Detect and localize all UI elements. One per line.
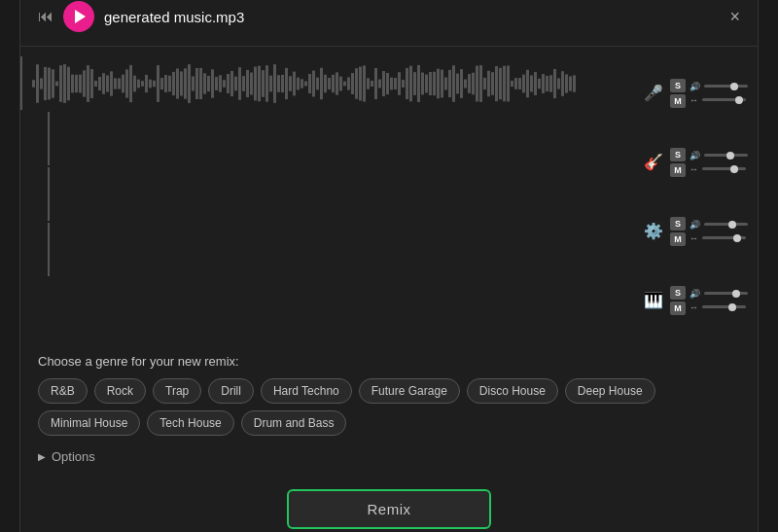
genre-tag-disco-house[interactable]: Disco House <box>467 378 558 404</box>
control-buttons-2: S M <box>670 148 686 177</box>
genre-tag-future-garage[interactable]: Future Garage <box>359 378 460 404</box>
options-label: Options <box>52 449 95 464</box>
genre-tag-drum-and-bass[interactable]: Drum and Bass <box>241 410 347 436</box>
solo-button-1[interactable]: S <box>670 79 686 92</box>
volume-icon-1: 🔊 <box>690 82 700 91</box>
play-icon <box>75 10 86 23</box>
rewind-icon[interactable]: ⏮ <box>38 8 53 25</box>
genre-tag-rock[interactable]: Rock <box>94 378 146 404</box>
modal-header: ⏮ generated music.mp3 × <box>20 0 758 47</box>
pan-icon-4: ↔ <box>690 302 698 312</box>
file-name: generated music.mp3 <box>104 9 720 25</box>
track-control-4: 🎹 S M 🔊 ↔ <box>644 273 748 327</box>
volume-slider-2[interactable] <box>704 154 748 157</box>
modal-footer: Remix <box>20 479 758 532</box>
drums-icon: ⚙️ <box>644 222 663 240</box>
mute-button-2[interactable]: M <box>670 163 686 177</box>
piano-icon: 🎹 <box>644 291 663 309</box>
guitar-icon: 🎸 <box>644 153 663 171</box>
pan-slider-4[interactable] <box>702 305 746 308</box>
tracks-container <box>20 56 660 337</box>
genre-tag-drill[interactable]: Drill <box>208 378 254 404</box>
genre-section: Choose a genre for your new remix: R&BRo… <box>20 346 758 479</box>
pan-thumb-3 <box>733 234 741 242</box>
sliders-1: 🔊 ↔ <box>690 82 748 105</box>
genre-label: Choose a genre for your new remix: <box>38 354 740 369</box>
pan-icon-2: ↔ <box>690 164 698 174</box>
volume-slider-3[interactable] <box>704 223 748 226</box>
mute-button-1[interactable]: M <box>670 94 686 108</box>
pan-slider-2[interactable] <box>702 167 746 170</box>
genre-tag-tech-house[interactable]: Tech House <box>147 410 233 436</box>
control-buttons-4: S M <box>670 286 686 315</box>
volume-thumb-4 <box>732 290 740 298</box>
pan-icon-1: ↔ <box>690 95 698 105</box>
solo-button-2[interactable]: S <box>670 148 686 161</box>
options-row[interactable]: ▶ Options <box>38 443 740 470</box>
sliders-4: 🔊 ↔ <box>690 289 748 312</box>
pan-slider-row-1: ↔ <box>690 95 748 105</box>
chevron-right-icon: ▶ <box>38 451 46 462</box>
pan-thumb-1 <box>735 96 743 104</box>
track-control-2: 🎸 S M 🔊 ↔ <box>644 135 748 189</box>
modal-body: 🎤 S M 🔊 ↔ <box>20 47 758 346</box>
track-4 <box>48 223 660 276</box>
pan-slider-row-3: ↔ <box>690 233 748 243</box>
pan-slider-row-4: ↔ <box>690 302 748 312</box>
genre-tag-minimal-house[interactable]: Minimal House <box>38 410 140 436</box>
genre-tag-hard-techno[interactable]: Hard Techno <box>261 378 352 404</box>
volume-slider-row-4: 🔊 <box>690 289 748 299</box>
genre-tag-trap[interactable]: Trap <box>153 378 201 404</box>
volume-icon-3: 🔊 <box>690 220 700 230</box>
volume-icon-2: 🔊 <box>690 151 700 160</box>
genre-tag-deep-house[interactable]: Deep House <box>565 378 655 404</box>
waveform-canvas-1 <box>32 59 577 108</box>
control-buttons-1: S M <box>670 79 686 108</box>
pan-slider-3[interactable] <box>702 236 746 239</box>
volume-icon-4: 🔊 <box>690 289 700 299</box>
track-1 <box>20 56 660 110</box>
volume-thumb-3 <box>728 221 736 229</box>
solo-button-3[interactable]: S <box>670 217 686 231</box>
pan-icon-3: ↔ <box>690 233 698 243</box>
mute-button-4[interactable]: M <box>670 301 686 315</box>
sliders-2: 🔊 ↔ <box>690 151 748 174</box>
volume-slider-4[interactable] <box>704 292 748 295</box>
pan-thumb-2 <box>730 165 738 173</box>
right-controls: 🎤 S M 🔊 ↔ <box>660 56 758 337</box>
track-3 <box>48 167 660 221</box>
genre-tag-r-b[interactable]: R&B <box>38 378 88 404</box>
pan-slider-row-2: ↔ <box>690 164 748 174</box>
close-button[interactable]: × <box>729 8 740 25</box>
main-modal: ⏮ generated music.mp3 × <box>19 0 759 532</box>
control-buttons-3: S M <box>670 217 686 246</box>
track-control-3: ⚙️ S M 🔊 ↔ <box>644 204 748 258</box>
pan-slider-1[interactable] <box>702 98 746 101</box>
volume-slider-row-2: 🔊 <box>690 151 748 160</box>
mute-button-3[interactable]: M <box>670 232 686 246</box>
play-button[interactable] <box>63 1 94 32</box>
waveform-bars-1 <box>32 56 660 110</box>
volume-slider-row-1: 🔊 <box>690 82 748 91</box>
volume-thumb-2 <box>726 152 734 160</box>
volume-slider-1[interactable] <box>704 85 748 88</box>
track-2 <box>48 112 660 165</box>
pan-thumb-4 <box>728 303 736 311</box>
sliders-3: 🔊 ↔ <box>690 220 748 243</box>
remix-button[interactable]: Remix <box>287 489 490 529</box>
genre-tags: R&BRockTrapDrillHard TechnoFuture Garage… <box>38 378 740 436</box>
solo-button-4[interactable]: S <box>670 286 686 300</box>
volume-thumb-1 <box>730 83 738 90</box>
volume-slider-row-3: 🔊 <box>690 220 748 230</box>
